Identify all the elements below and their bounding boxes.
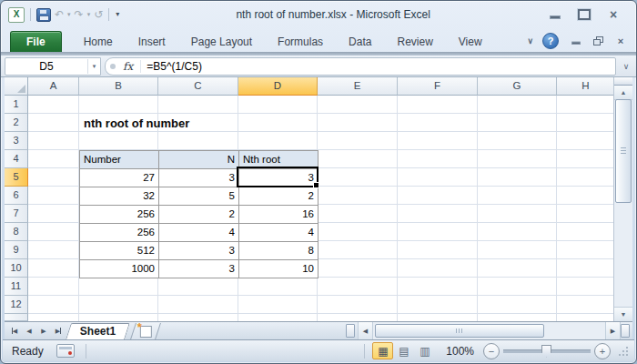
table-cell[interactable]: 512 bbox=[80, 242, 159, 260]
table-header-cell[interactable]: Number bbox=[80, 151, 159, 169]
maximize-button[interactable] bbox=[576, 7, 592, 22]
expand-formula-bar-icon[interactable]: ∨ bbox=[620, 62, 632, 71]
ribbon-tab-insert[interactable]: Insert bbox=[126, 32, 178, 52]
row-header-12[interactable]: 12 bbox=[5, 296, 28, 314]
ribbon-tab-file[interactable]: File bbox=[10, 31, 62, 52]
row-header-4[interactable]: 4 bbox=[5, 150, 28, 168]
scroll-right-icon[interactable]: ▶ bbox=[605, 322, 621, 339]
table-cell[interactable]: 2 bbox=[159, 206, 239, 224]
ribbon-tab-data[interactable]: Data bbox=[336, 32, 384, 52]
horizontal-split-handle[interactable] bbox=[621, 324, 630, 338]
name-box[interactable]: D5 ▾ bbox=[5, 57, 101, 76]
vertical-scrollbar-thumb[interactable] bbox=[615, 99, 632, 203]
table-cell[interactable]: 10 bbox=[239, 260, 318, 278]
row-header-5[interactable]: 5 bbox=[5, 168, 28, 187]
table-cell[interactable]: 4 bbox=[239, 224, 318, 242]
table-cell[interactable]: 256 bbox=[80, 224, 159, 242]
column-header-g[interactable]: G bbox=[478, 77, 557, 96]
repeat-icon[interactable]: ↺ bbox=[94, 8, 103, 21]
row-header-9[interactable]: 9 bbox=[5, 241, 28, 259]
sheet-cells[interactable]: nth root of number NumberNNth root273332… bbox=[28, 96, 615, 321]
zoom-slider-thumb[interactable] bbox=[541, 345, 551, 358]
row-header-8[interactable]: 8 bbox=[5, 223, 28, 241]
tab-split-handle[interactable] bbox=[346, 324, 355, 338]
table-cell[interactable]: 8 bbox=[239, 242, 318, 260]
ribbon-tab-review[interactable]: Review bbox=[384, 32, 445, 52]
minimize-ribbon-icon[interactable]: ∨ bbox=[527, 36, 533, 46]
table-cell[interactable]: 3 bbox=[159, 260, 239, 278]
table-cell[interactable]: 4 bbox=[159, 224, 239, 242]
row-header-2[interactable]: 2 bbox=[5, 114, 28, 132]
redo-icon[interactable]: ↷ bbox=[75, 8, 84, 21]
table-cell[interactable]: 256 bbox=[80, 206, 159, 224]
workbook-close-button[interactable]: × bbox=[614, 35, 627, 47]
help-icon[interactable]: ? bbox=[542, 33, 559, 49]
undo-icon[interactable]: ↶ bbox=[55, 8, 64, 21]
zoom-in-button[interactable]: + bbox=[594, 343, 611, 359]
sheet-tab-sheet1[interactable]: Sheet1 bbox=[66, 323, 130, 339]
scroll-up-icon[interactable]: ▲ bbox=[614, 86, 632, 100]
table-cell[interactable]: 3 bbox=[159, 169, 239, 187]
close-button[interactable]: × bbox=[605, 7, 622, 22]
table-cell[interactable]: 2 bbox=[239, 187, 318, 206]
horizontal-scrollbar-thumb[interactable] bbox=[375, 324, 544, 338]
undo-dropdown-icon[interactable]: ▾ bbox=[67, 11, 71, 18]
horizontal-scrollbar[interactable] bbox=[373, 322, 605, 339]
cell-b2-title[interactable]: nth root of number bbox=[84, 115, 189, 132]
excel-logo-icon[interactable]: X bbox=[8, 7, 25, 23]
column-header-h[interactable]: H bbox=[557, 77, 615, 96]
name-box-dropdown-icon[interactable]: ▾ bbox=[87, 59, 100, 74]
first-sheet-icon[interactable]: ◀ bbox=[8, 325, 21, 338]
select-all-button[interactable] bbox=[5, 77, 28, 96]
minimize-button[interactable] bbox=[547, 7, 563, 22]
column-header-b[interactable]: B bbox=[79, 77, 158, 96]
table-cell[interactable]: 16 bbox=[239, 206, 318, 224]
table-cell[interactable]: 32 bbox=[80, 187, 159, 206]
vertical-split-handle[interactable] bbox=[614, 77, 632, 86]
page-break-view-button[interactable]: ▥ bbox=[414, 342, 435, 359]
column-header-d[interactable]: D bbox=[238, 77, 318, 96]
resize-grip[interactable] bbox=[618, 346, 629, 357]
insert-worksheet-button[interactable] bbox=[130, 323, 161, 339]
next-sheet-icon[interactable]: ▶ bbox=[37, 325, 50, 338]
column-header-c[interactable]: C bbox=[158, 77, 238, 96]
zoom-slider[interactable] bbox=[503, 349, 591, 353]
ribbon-tab-home[interactable]: Home bbox=[71, 32, 126, 52]
table-header-cell[interactable]: N bbox=[159, 151, 239, 169]
name-box-resize-handle[interactable] bbox=[110, 64, 116, 69]
insert-function-icon[interactable]: fx bbox=[121, 60, 141, 73]
row-header-3[interactable]: 3 bbox=[5, 132, 28, 150]
vertical-scrollbar[interactable]: ▲ ▼ bbox=[613, 77, 632, 321]
ribbon-tab-view[interactable]: View bbox=[446, 32, 495, 52]
formula-text[interactable]: =B5^(1/C5) bbox=[141, 60, 202, 73]
table-cell[interactable]: 3 bbox=[159, 242, 239, 260]
column-header-e[interactable]: E bbox=[318, 77, 398, 96]
row-header-11[interactable]: 11 bbox=[5, 278, 28, 296]
page-layout-view-button[interactable]: ▤ bbox=[393, 342, 414, 359]
workbook-minimize-button[interactable] bbox=[570, 35, 582, 47]
normal-view-button[interactable]: ▦ bbox=[372, 342, 393, 359]
column-header-a[interactable]: A bbox=[28, 77, 79, 96]
workbook-restore-button[interactable] bbox=[593, 36, 603, 46]
previous-sheet-icon[interactable]: ◀ bbox=[23, 325, 35, 338]
redo-dropdown-icon[interactable]: ▾ bbox=[87, 11, 91, 18]
zoom-out-button[interactable]: − bbox=[483, 343, 500, 359]
scroll-down-icon[interactable]: ▼ bbox=[614, 307, 632, 321]
zoom-level[interactable]: 100% bbox=[446, 345, 474, 358]
macro-record-icon[interactable] bbox=[56, 344, 75, 358]
table-cell[interactable]: 27 bbox=[80, 169, 159, 187]
row-header-7[interactable]: 7 bbox=[5, 205, 28, 223]
save-icon[interactable] bbox=[36, 8, 51, 22]
separator bbox=[30, 8, 31, 21]
column-header-f[interactable]: F bbox=[398, 77, 478, 96]
last-sheet-icon[interactable]: ▶ bbox=[52, 325, 65, 338]
row-header-10[interactable]: 10 bbox=[5, 259, 28, 278]
table-cell[interactable]: 1000 bbox=[80, 260, 159, 278]
table-cell[interactable]: 5 bbox=[159, 187, 239, 206]
ribbon-tab-formulas[interactable]: Formulas bbox=[265, 32, 336, 52]
row-header-1[interactable]: 1 bbox=[5, 96, 28, 114]
ribbon-tab-page-layout[interactable]: Page Layout bbox=[178, 32, 265, 52]
formula-input-area[interactable]: fx =B5^(1/C5) bbox=[105, 57, 616, 76]
row-header-6[interactable]: 6 bbox=[5, 187, 28, 205]
scroll-left-icon[interactable]: ◀ bbox=[358, 322, 373, 339]
